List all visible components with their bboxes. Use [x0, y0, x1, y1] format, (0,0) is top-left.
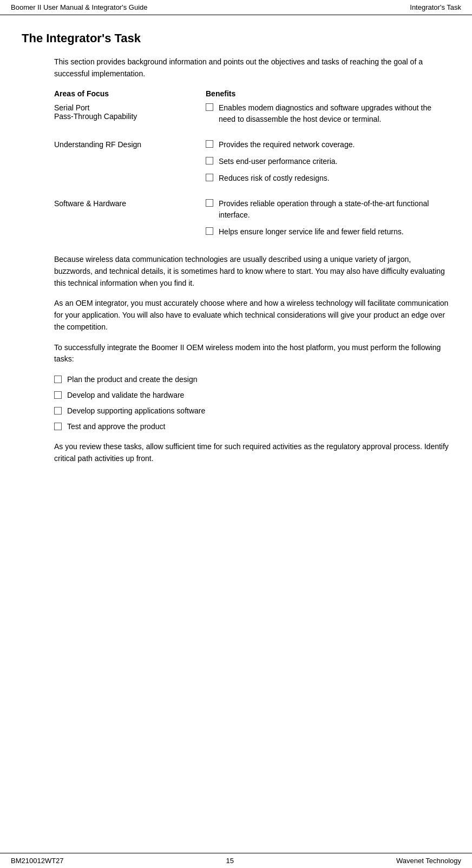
- area-cell: Understanding RF Design: [54, 139, 206, 149]
- task-text: Plan the product and create the design: [67, 374, 198, 385]
- benefit-item: Provides reliable operation through a st…: [206, 198, 450, 221]
- benefit-text: Reduces risk of costly redesigns.: [219, 173, 450, 184]
- footer-right: Wavenet Technology: [396, 857, 461, 865]
- benefit-item: Enables modem diagnostics and software u…: [206, 102, 450, 125]
- header-left: Boomer II User Manual & Integrator's Gui…: [11, 3, 147, 11]
- page-title: The Integrator's Task: [22, 31, 450, 45]
- checkbox-icon: [206, 174, 213, 181]
- area-cell: Serial PortPass-Through Capability: [54, 102, 206, 121]
- table-header-row: Areas of Focus Benefits: [54, 89, 450, 98]
- task-text: Develop and validate the hardware: [67, 390, 184, 401]
- benefits-cell: Enables modem diagnostics and software u…: [206, 102, 450, 130]
- checkbox-icon: [54, 376, 62, 383]
- header-right: Integrator's Task: [410, 3, 461, 11]
- benefit-item: Provides the required network coverage.: [206, 139, 450, 150]
- col-benefits-header: Benefits: [206, 89, 450, 98]
- task-text: Test and approve the product: [67, 421, 165, 432]
- benefit-text: Provides the required network coverage.: [219, 139, 450, 150]
- checkbox-icon: [206, 227, 213, 235]
- page-header: Boomer II User Manual & Integrator's Gui…: [0, 0, 472, 15]
- footer-center: 15: [226, 857, 234, 865]
- checkbox-icon: [54, 407, 62, 415]
- table-row: Serial PortPass-Through Capability Enabl…: [54, 102, 450, 130]
- task-item: Develop and validate the hardware: [54, 390, 450, 401]
- checkbox-icon: [54, 391, 62, 399]
- body-paragraph-2: As an OEM integrator, you must accuratel…: [54, 298, 450, 333]
- page-footer: BM210012WT27 15 Wavenet Technology: [0, 853, 472, 868]
- checkbox-icon: [206, 103, 213, 111]
- checkbox-icon: [206, 157, 213, 165]
- benefits-cell: Provides the required network coverage. …: [206, 139, 450, 189]
- checkbox-icon: [206, 140, 213, 148]
- intro-paragraph: This section provides background informa…: [54, 56, 450, 80]
- benefit-text: Provides reliable operation through a st…: [219, 198, 450, 221]
- checkbox-icon: [206, 199, 213, 207]
- task-text: Develop supporting applications software: [67, 405, 205, 417]
- main-content: The Integrator's Task This section provi…: [0, 15, 472, 505]
- task-item: Plan the product and create the design: [54, 374, 450, 385]
- checkbox-icon: [54, 423, 62, 430]
- benefit-text: Sets end-user performance criteria.: [219, 156, 450, 167]
- benefits-cell: Provides reliable operation through a st…: [206, 198, 450, 243]
- body-paragraph-1: Because wireless data communication tech…: [54, 254, 450, 289]
- col-areas-header: Areas of Focus: [54, 89, 206, 98]
- closing-paragraph: As you review these tasks, allow suffici…: [54, 441, 450, 464]
- benefit-item: Sets end-user performance criteria.: [206, 156, 450, 167]
- task-list: Plan the product and create the design D…: [54, 374, 450, 432]
- benefit-item: Helps ensure longer service life and few…: [206, 226, 450, 238]
- benefit-text: Enables modem diagnostics and software u…: [219, 102, 450, 125]
- table-row: Understanding RF Design Provides the req…: [54, 139, 450, 189]
- task-item: Test and approve the product: [54, 421, 450, 432]
- focus-benefits-table: Areas of Focus Benefits Serial PortPass-…: [54, 89, 450, 243]
- body-paragraph-3: To successfully integrate the Boomer II …: [54, 342, 450, 365]
- benefit-text: Helps ensure longer service life and few…: [219, 226, 450, 238]
- area-cell: Software & Hardware: [54, 198, 206, 208]
- benefit-item: Reduces risk of costly redesigns.: [206, 173, 450, 184]
- task-item: Develop supporting applications software: [54, 405, 450, 417]
- table-row: Software & Hardware Provides reliable op…: [54, 198, 450, 243]
- footer-left: BM210012WT27: [11, 857, 64, 865]
